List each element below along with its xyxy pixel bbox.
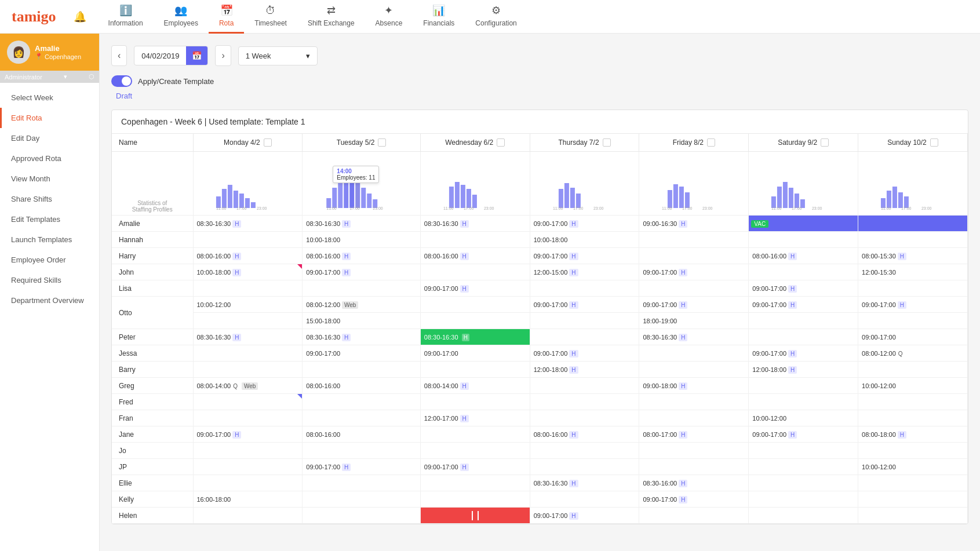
shift-cell[interactable] — [639, 345, 749, 362]
shift-cell[interactable] — [303, 362, 420, 378]
shift-cell[interactable] — [193, 232, 303, 248]
shift-cell[interactable] — [749, 475, 858, 491]
shift-cell[interactable] — [303, 410, 420, 426]
shift-cell[interactable] — [530, 443, 639, 459]
shift-cell[interactable]: 10:00-18:00 — [303, 232, 420, 248]
shift-cell[interactable]: 08:30-16:30H — [420, 216, 530, 232]
shift-cell[interactable]: 08:00-16:00 — [303, 378, 420, 394]
shift-cell[interactable]: 09:00-17:00 — [858, 329, 968, 345]
shift-cell[interactable] — [858, 232, 968, 248]
shift-cell[interactable] — [530, 394, 639, 410]
shift-cell[interactable]: 12:00-18:00H — [530, 362, 639, 378]
shift-cell[interactable] — [639, 459, 749, 475]
sidebar-item-select-week[interactable]: Select Week — [0, 87, 99, 108]
sidebar-item-edit-rota[interactable]: Edit Rota — [0, 108, 99, 128]
user-role[interactable]: Administrator ▾ ⬡ — [0, 71, 99, 83]
shift-cell[interactable]: 09:00-17:00H — [639, 264, 749, 280]
shift-cell[interactable]: 09:00-17:00 — [303, 345, 420, 362]
shift-cell[interactable]: VAC — [749, 216, 858, 232]
shift-cell[interactable] — [749, 329, 858, 345]
shift-cell[interactable] — [639, 410, 749, 426]
sidebar-item-launch-templates[interactable]: Launch Templates — [0, 229, 99, 250]
shift-cell[interactable] — [193, 394, 303, 410]
shift-cell[interactable] — [530, 378, 639, 394]
template-toggle[interactable] — [111, 75, 132, 87]
thursday-checkbox[interactable] — [603, 138, 611, 147]
calendar-button[interactable]: 📅 — [186, 46, 207, 65]
shift-cell[interactable] — [749, 378, 858, 394]
shift-cell[interactable]: 10:00-12:00 — [858, 459, 968, 475]
shift-cell[interactable]: 08:00-16:00H — [530, 426, 639, 443]
shift-cell[interactable]: 09:00-16:30H — [639, 216, 749, 232]
shift-cell[interactable] — [420, 394, 530, 410]
shift-cell[interactable] — [749, 508, 858, 524]
shift-cell[interactable] — [749, 232, 858, 248]
shift-cell[interactable]: 08:30-16:30H — [303, 329, 420, 345]
nav-item-information[interactable]: ℹ️ Information — [98, 0, 154, 34]
shift-cell[interactable] — [193, 280, 303, 297]
shift-cell[interactable]: 10:00-12:00 — [193, 297, 303, 313]
nav-item-financials[interactable]: 📊 Financials — [413, 0, 465, 34]
shift-cell[interactable] — [530, 410, 639, 426]
shift-cell[interactable]: 12:00-18:00H — [749, 362, 858, 378]
shift-cell[interactable]: 09:00-17:00H — [639, 297, 749, 313]
shift-cell[interactable]: 15:00-18:00 — [303, 313, 420, 329]
shift-cell[interactable] — [420, 508, 530, 524]
sidebar-item-required-skills[interactable]: Required Skills — [0, 270, 99, 290]
shift-cell[interactable]: 08:00-16:00 — [303, 426, 420, 443]
shift-cell[interactable] — [420, 491, 530, 508]
sidebar-item-view-month[interactable]: View Month — [0, 169, 99, 189]
shift-cell[interactable]: 16:00-18:00 — [193, 491, 303, 508]
shift-cell[interactable] — [858, 216, 968, 232]
shift-cell[interactable]: 09:00-17:00H — [639, 491, 749, 508]
shift-cell[interactable]: 18:00-19:00 — [639, 313, 749, 329]
nav-item-shift-exchange[interactable]: ⇄ Shift Exchange — [297, 0, 365, 34]
shift-cell[interactable]: 08:00-14:00QWeb — [193, 378, 303, 394]
shift-cell[interactable]: 08:00-12:00Web — [303, 297, 420, 313]
shift-cell[interactable]: 10:00-18:00H — [193, 264, 303, 280]
shift-cell[interactable] — [303, 475, 420, 491]
sunday-checkbox[interactable] — [930, 138, 938, 147]
shift-cell[interactable] — [639, 508, 749, 524]
shift-cell[interactable] — [420, 232, 530, 248]
shift-cell[interactable]: 09:00-18:00H — [639, 378, 749, 394]
shift-cell[interactable]: 10:00-12:00 — [749, 410, 858, 426]
shift-cell[interactable] — [858, 443, 968, 459]
shift-cell[interactable] — [639, 280, 749, 297]
shift-cell[interactable]: 12:00-15:30 — [858, 264, 968, 280]
shift-cell[interactable]: 08:30-16:30 H — [420, 329, 530, 345]
shift-cell[interactable]: 09:00-17:00H — [858, 297, 968, 313]
shift-cell[interactable] — [193, 443, 303, 459]
shift-cell[interactable] — [420, 426, 530, 443]
shift-cell[interactable] — [303, 508, 420, 524]
sidebar-item-employee-order[interactable]: Employee Order — [0, 250, 99, 270]
shift-cell[interactable]: 09:00-17:00H — [530, 216, 639, 232]
tuesday-checkbox[interactable] — [378, 138, 386, 147]
shift-cell[interactable] — [530, 329, 639, 345]
shift-cell[interactable]: 09:00-17:00 — [420, 345, 530, 362]
shift-cell[interactable] — [303, 443, 420, 459]
shift-cell[interactable] — [530, 459, 639, 475]
shift-cell[interactable]: 08:00-16:00H — [420, 248, 530, 264]
sidebar-item-edit-templates[interactable]: Edit Templates — [0, 209, 99, 229]
shift-cell[interactable] — [193, 313, 303, 329]
shift-cell[interactable]: 10:00-12:00 — [858, 378, 968, 394]
nav-item-employees[interactable]: 👥 Employees — [154, 0, 209, 34]
shift-cell[interactable] — [749, 443, 858, 459]
shift-cell[interactable] — [639, 232, 749, 248]
shift-cell[interactable] — [193, 362, 303, 378]
shift-cell[interactable]: 09:00-17:00H — [530, 297, 639, 313]
shift-cell[interactable] — [749, 264, 858, 280]
monday-checkbox[interactable] — [264, 138, 272, 147]
shift-cell[interactable] — [858, 280, 968, 297]
shift-cell[interactable]: 09:00-17:00H — [749, 280, 858, 297]
shift-cell[interactable] — [193, 475, 303, 491]
friday-checkbox[interactable] — [707, 138, 715, 147]
shift-cell[interactable]: 09:00-17:00H — [530, 508, 639, 524]
shift-cell[interactable]: 08:00-17:00H — [639, 426, 749, 443]
shift-cell[interactable] — [639, 362, 749, 378]
shift-cell[interactable] — [303, 394, 420, 410]
sidebar-item-approved-rota[interactable]: Approved Rota — [0, 148, 99, 169]
next-date-button[interactable]: › — [215, 45, 231, 66]
shift-cell[interactable]: 08:00-15:30H — [858, 248, 968, 264]
